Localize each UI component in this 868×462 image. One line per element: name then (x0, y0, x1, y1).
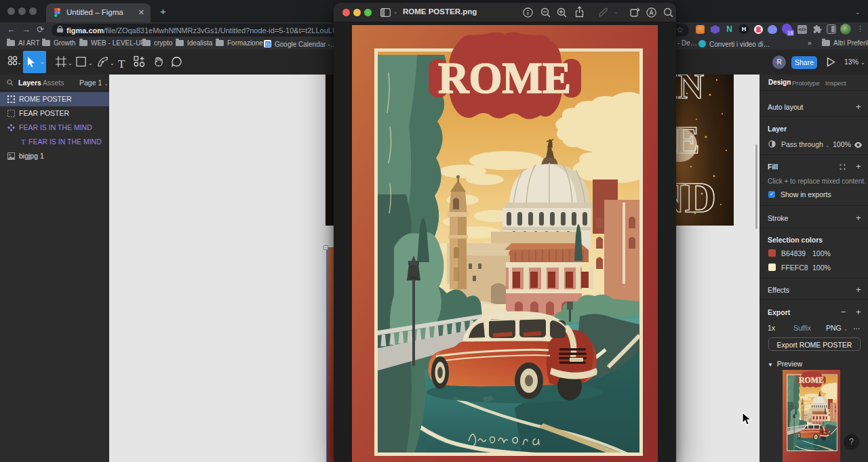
svg-text:THE: THE (676, 118, 700, 162)
svg-text:IN: IN (676, 75, 704, 106)
svg-text:MIND: MIND (676, 173, 716, 222)
